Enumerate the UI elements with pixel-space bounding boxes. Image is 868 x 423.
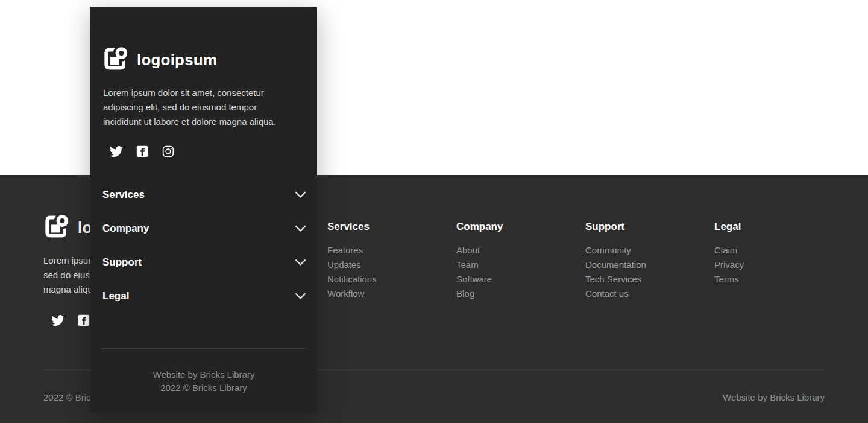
accordion-item[interactable]: Legal (102, 279, 306, 313)
chevron-down-icon (295, 293, 306, 300)
accordion-item[interactable]: Services (102, 178, 306, 212)
logoipsum-logo-icon (102, 45, 130, 75)
footer-column-title: Company (456, 221, 585, 233)
chevron-down-icon (295, 225, 306, 232)
footer-accordion: Services Company Support Legal (102, 178, 306, 313)
accordion-label: Legal (102, 290, 129, 302)
accordion-label: Support (102, 256, 142, 269)
mobile-social-links (110, 145, 175, 158)
footer-link[interactable]: About (456, 243, 585, 258)
footer-link[interactable]: Notifications (327, 272, 456, 287)
accordion-label: Company (102, 223, 149, 235)
footer-link[interactable]: Workflow (327, 287, 456, 301)
mobile-copyright-text: 2022 © Bricks Library (90, 383, 317, 393)
mobile-credit-link[interactable]: Website by Bricks Library (90, 369, 317, 380)
footer-link[interactable]: Updates (327, 258, 456, 272)
accordion-label: Services (102, 189, 145, 201)
footer-column-title: Support (585, 221, 714, 233)
accordion-item[interactable]: Support (102, 246, 306, 279)
footer-link[interactable]: Software (456, 272, 585, 287)
accordion-item[interactable]: Company (102, 212, 306, 246)
footer-column: Legal ClaimPrivacyTerms (714, 221, 825, 301)
footer-link[interactable]: Tech Services (585, 272, 714, 287)
footer-column: Services FeaturesUpdatesNotificationsWor… (327, 221, 456, 301)
mobile-footer-panel: logoipsum Lorem ipsum dolor sit amet, co… (90, 7, 317, 413)
footer-column-title: Legal (714, 221, 825, 233)
mobile-brand-description: Lorem ipsum dolor sit amet, consectetura… (103, 86, 308, 129)
chevron-down-icon (295, 259, 306, 266)
logoipsum-logo-icon (43, 212, 71, 243)
facebook-icon[interactable] (136, 145, 149, 158)
facebook-icon[interactable] (77, 314, 90, 327)
footer-link[interactable]: Team (456, 258, 585, 272)
footer-link-columns: Services FeaturesUpdatesNotificationsWor… (327, 221, 825, 301)
divider (102, 348, 306, 349)
footer-column-links: ClaimPrivacyTerms (714, 243, 825, 287)
instagram-icon[interactable] (162, 145, 175, 158)
chevron-down-icon (295, 191, 306, 199)
footer-link[interactable]: Blog (456, 287, 585, 301)
footer-link[interactable]: Terms (714, 272, 825, 287)
footer-link[interactable]: Claim (714, 243, 825, 258)
footer-link[interactable]: Documentation (585, 258, 714, 272)
footer-link[interactable]: Features (327, 243, 456, 258)
footer-link[interactable]: Contact us (585, 287, 714, 301)
footer-column-links: FeaturesUpdatesNotificationsWorkflow (327, 243, 456, 301)
footer-link[interactable]: Community (585, 243, 714, 258)
credit-link[interactable]: Website by Bricks Library (723, 392, 825, 402)
twitter-icon[interactable] (51, 314, 64, 327)
footer-column: Support CommunityDocumentationTech Servi… (585, 221, 714, 301)
mobile-brand-logo[interactable]: logoipsum (102, 45, 217, 75)
footer-column-links: CommunityDocumentationTech ServicesConta… (585, 243, 714, 301)
footer-column: Company AboutTeamSoftwareBlog (456, 221, 585, 301)
footer-column-title: Services (327, 221, 456, 233)
footer-link[interactable]: Privacy (714, 258, 825, 272)
brand-name: logoipsum (137, 51, 217, 69)
twitter-icon[interactable] (110, 145, 123, 158)
footer-column-links: AboutTeamSoftwareBlog (456, 243, 585, 301)
